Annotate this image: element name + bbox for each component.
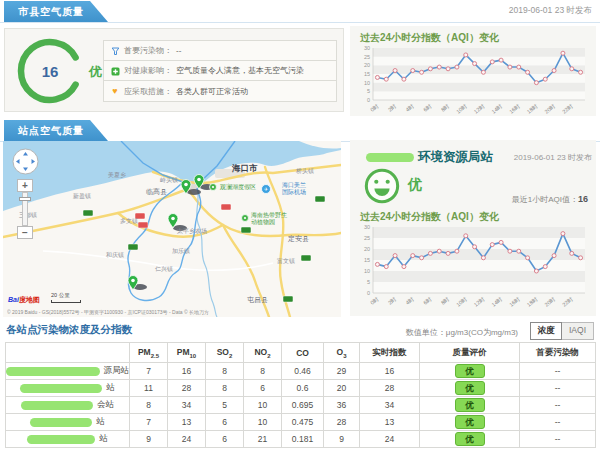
station-section-header: 站点空气质量 — [0, 119, 600, 142]
y-tick-label: 30 — [364, 224, 370, 230]
data-point — [473, 62, 477, 66]
data-point — [402, 77, 406, 81]
pollutant-value-cell: 8 — [130, 397, 168, 414]
station-name-cell: 站 — [6, 380, 130, 397]
x-tick-label: 14时 — [490, 296, 503, 308]
station-name-cell: 站 — [6, 414, 130, 431]
station-name-suffix: 源局站 — [104, 365, 130, 377]
column-header: 质量评价 — [420, 343, 520, 363]
data-point — [570, 67, 574, 71]
data-point — [464, 234, 468, 238]
pollutant-value-cell: 16 — [360, 363, 420, 380]
data-point — [526, 256, 530, 260]
pollutant-value-cell: 0.475 — [282, 414, 324, 431]
map-label: 峙头镇 — [160, 177, 178, 183]
toggle-concentration-button[interactable]: 浓度 — [530, 322, 562, 340]
table-row: 站7136100.4752813优-- — [6, 414, 596, 431]
station-name-suffix: 站 — [106, 382, 115, 394]
data-point — [534, 269, 538, 273]
map-label: 海南热带野生 — [251, 212, 287, 219]
station-map[interactable]: 海口市临高县定安县屯昌县美夏乡峙头镇新盈镇三都镇多文镇和庆镇加乐镇仁兴镇太平乡农… — [3, 141, 341, 317]
map-pan-control[interactable] — [12, 148, 39, 175]
station-name-cell: 源局站 — [6, 363, 130, 380]
road-badge — [315, 196, 325, 202]
park-poi-icon — [242, 215, 249, 222]
x-tick-label: 14时 — [490, 103, 503, 115]
zoom-in-button[interactable]: + — [17, 179, 33, 192]
info-row-measures: ♥ 应采取措施： 各类人群可正常活动 — [104, 81, 336, 101]
map-label: 屯昌县 — [247, 296, 268, 304]
zoom-out-button[interactable]: − — [17, 226, 33, 239]
redacted-station-name — [20, 384, 102, 393]
data-point — [570, 251, 574, 255]
data-point — [499, 240, 503, 244]
baidu-logo: Bai度地图 — [8, 295, 40, 305]
zoom-slider-handle[interactable] — [19, 197, 31, 201]
info-value: 各类人群可正常活动 — [176, 86, 248, 97]
pollutant-value-cell: 8 — [206, 380, 244, 397]
pollutant-value-cell: 24 — [360, 431, 420, 448]
column-header: NO2 — [244, 343, 282, 363]
chart-band — [373, 271, 585, 282]
data-point — [481, 70, 485, 74]
x-tick-label: 4时 — [405, 296, 416, 306]
map-label: 国际机场 — [282, 188, 306, 196]
rating-badge: 优 — [455, 415, 485, 429]
tab-city-air-quality: 市县空气质量 — [4, 1, 108, 22]
map-label: 临高县 — [146, 188, 167, 196]
data-point — [517, 249, 521, 253]
chart-band — [373, 238, 585, 249]
data-point — [543, 77, 547, 81]
pollutant-value-cell: 0.46 — [282, 363, 324, 380]
unit-note: 数值单位：μg/m3(CO为mg/m3) — [406, 327, 518, 338]
data-point — [490, 243, 494, 247]
road-badge — [241, 227, 251, 233]
x-tick-label: 18时 — [526, 296, 539, 308]
pollutant-value-cell: 6 — [206, 414, 244, 431]
map-label: 桥头镇 — [295, 168, 314, 174]
pollutant-value-cell: 13 — [168, 414, 206, 431]
x-tick-label: 22时 — [561, 296, 574, 308]
health-icon — [110, 62, 120, 80]
column-header: PM2.5 — [130, 343, 168, 363]
data-point — [375, 75, 379, 79]
x-tick-label: 12时 — [473, 103, 486, 115]
map-copyright: © 2019 Baidu - GS(2018)5572号 - 甲测资字11009… — [7, 309, 337, 315]
data-point — [384, 77, 388, 81]
pollutant-value-cell: 6 — [206, 431, 244, 448]
data-point — [375, 262, 379, 266]
data-point — [428, 251, 432, 255]
y-tick-label: 20 — [364, 246, 370, 252]
zoom-slider[interactable] — [22, 192, 28, 226]
x-tick-label: 6时 — [422, 296, 433, 306]
column-header: O3 — [324, 343, 360, 363]
redacted-station-prefix — [366, 153, 414, 162]
data-point — [384, 265, 388, 269]
aqi-24h-chart-station: 0510152025300时2时4时6时8时10时12时14时16时18时20时… — [356, 224, 590, 310]
pollutant-value-cell: 20 — [324, 380, 360, 397]
data-point — [393, 69, 397, 73]
redacted-station-name — [27, 435, 95, 444]
x-tick-label: 18时 — [526, 103, 539, 115]
rating-cell: 优 — [420, 380, 520, 397]
value-mode-toggle: 浓度 IAQI — [530, 322, 594, 340]
y-tick-label: 25 — [364, 54, 370, 60]
pollutant-value-cell: 24 — [168, 431, 206, 448]
pollutant-value-cell: 5 — [206, 397, 244, 414]
tab-station-air-quality: 站点空气质量 — [4, 120, 108, 141]
y-tick-label: 25 — [364, 235, 370, 241]
rating-badge: 优 — [455, 398, 485, 412]
map-label: 富文镇 — [277, 257, 295, 265]
data-point — [411, 254, 415, 258]
y-tick-label: 15 — [364, 71, 370, 77]
table-row: 站1128860.62028优-- — [6, 380, 596, 397]
data-point — [446, 67, 450, 71]
map-canvas[interactable]: 海口市临高县定安县屯昌县美夏乡峙头镇新盈镇三都镇多文镇和庆镇加乐镇仁兴镇太平乡农… — [3, 141, 341, 317]
redacted-station-name — [30, 418, 92, 427]
map-scale: 20 公里 — [51, 292, 81, 303]
x-tick-label: 20时 — [543, 296, 556, 308]
aqi-info-box: 首要污染物： -- 对健康影响： 空气质量令人满意，基本无空气污染 ♥ 应采取措… — [103, 40, 337, 102]
pollutant-value-cell: 36 — [324, 397, 360, 414]
toggle-iaqi-button[interactable]: IAQI — [562, 322, 594, 340]
map-label: 动植物园 — [251, 218, 275, 226]
